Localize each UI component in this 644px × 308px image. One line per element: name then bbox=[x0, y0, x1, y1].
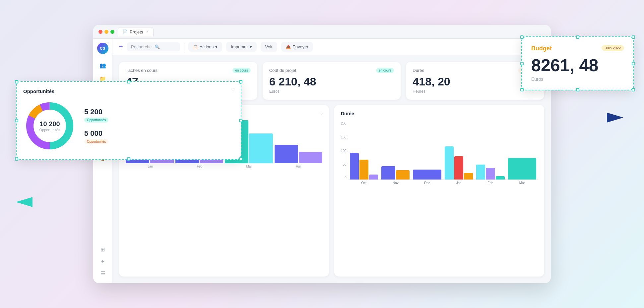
duree-bars-area: Oct Nov Dec Jan Feb Mar bbox=[349, 120, 538, 186]
budget-widget-header: Budget Juin 2022 bbox=[531, 45, 624, 54]
duree-x-labels: Oct Nov Dec Jan Feb Mar bbox=[349, 180, 538, 186]
bar-dec-1 bbox=[413, 170, 441, 180]
separator-1 bbox=[184, 43, 184, 51]
selection-corner-tl[interactable] bbox=[15, 80, 18, 83]
stat-title-3: Durée bbox=[413, 68, 424, 73]
voir-button[interactable]: Voir bbox=[261, 42, 277, 52]
budget-bar-4b bbox=[299, 152, 322, 163]
bar-nov-2 bbox=[396, 170, 410, 180]
selection-corner-bl[interactable] bbox=[15, 157, 18, 161]
sidebar-item-list[interactable]: ☰ bbox=[97, 267, 109, 279]
bar-jan-1 bbox=[445, 146, 454, 180]
bar-feb-1 bbox=[476, 165, 485, 180]
arrow-left bbox=[13, 194, 32, 212]
budget-widget-sub: Euros bbox=[531, 77, 624, 82]
budget-corner-tl[interactable] bbox=[520, 35, 524, 39]
bar-jan-2 bbox=[454, 156, 463, 180]
budget-widget-badge: Juin 2022 bbox=[602, 45, 624, 51]
main-content: + Recherche 🔍 📋 Actions ▾ Imprimer ▾ Voi… bbox=[112, 39, 551, 283]
x-label-jan: Jan bbox=[445, 181, 473, 186]
x-label-feb: Feb bbox=[476, 181, 504, 186]
budget-label-mar: Mar bbox=[225, 165, 273, 168]
duree-chart-title: Durée bbox=[341, 111, 538, 116]
stat-card-cout: Coût du projet en cours 6 210, 48 Euros bbox=[263, 62, 401, 100]
budget-x-labels: Jan Feb Mar Apr bbox=[126, 165, 322, 168]
voir-label: Voir bbox=[265, 44, 273, 49]
selection-corner-r[interactable] bbox=[239, 119, 242, 122]
opportunites-title: Opportunités bbox=[23, 88, 234, 94]
budget-corner-r[interactable] bbox=[632, 62, 635, 65]
selection-corner-t[interactable] bbox=[127, 80, 130, 83]
budget-bar-3b bbox=[249, 133, 273, 163]
tab-close-button[interactable]: × bbox=[146, 30, 148, 34]
avatar: CG bbox=[97, 43, 108, 54]
sidebar-item-star[interactable]: ✦ bbox=[97, 255, 109, 267]
arrow-right-svg bbox=[607, 109, 627, 126]
budget-corner-bl[interactable] bbox=[520, 88, 524, 91]
imprimer-button[interactable]: Imprimer ▾ bbox=[226, 42, 256, 52]
budget-label-2: Feb bbox=[176, 165, 224, 168]
legend-item-2: 5 000 Opportunités bbox=[84, 129, 108, 144]
duree-chart-area: 200 150 100 50 0 bbox=[341, 120, 538, 186]
budget-corner-l[interactable] bbox=[520, 62, 524, 65]
budget-widget: Budget Juin 2022 8261, 48 Euros bbox=[521, 36, 634, 90]
duree-chart-card: Durée 200 150 100 50 0 bbox=[334, 105, 544, 277]
bar-group-jan bbox=[445, 146, 473, 180]
app-layout: CG 👥 📁 🔄 ⚡ 📊 🛒 🚫 📦 ⊞ ✦ ☰ + Recherche 🔍 bbox=[93, 39, 551, 283]
opportunites-widget: Opportunités ♡ 10 200 Opportunités 5 bbox=[16, 81, 241, 160]
opportunites-content: 10 200 Opportunités 5 200 Opportunités 5… bbox=[23, 99, 234, 152]
close-control[interactable] bbox=[98, 30, 102, 34]
minimize-control[interactable] bbox=[104, 30, 108, 34]
budget-corner-t[interactable] bbox=[576, 35, 579, 39]
bar-oct-2 bbox=[359, 160, 368, 180]
envoyer-button[interactable]: 📤 Envoyer bbox=[281, 42, 313, 52]
imprimer-label: Imprimer bbox=[231, 44, 248, 49]
bar-group-oct bbox=[350, 153, 378, 180]
donut-sub: Opportunités bbox=[39, 128, 60, 132]
actions-label: Actions bbox=[200, 44, 214, 49]
bar-group-feb bbox=[476, 165, 504, 180]
budget-corner-br[interactable] bbox=[632, 88, 635, 91]
envoyer-label: Envoyer bbox=[292, 44, 308, 49]
actions-button[interactable]: 📋 Actions ▾ bbox=[188, 42, 223, 52]
bar-group-dec bbox=[413, 170, 441, 180]
stat-subtitle-3: Heures bbox=[413, 89, 538, 94]
imprimer-chevron: ▾ bbox=[250, 44, 252, 49]
arrow-right bbox=[607, 109, 627, 127]
projets-tab[interactable]: 📄 Projets × bbox=[118, 27, 154, 36]
bar-mar-1 bbox=[508, 158, 536, 180]
envoyer-icon: 📤 bbox=[286, 45, 291, 49]
bar-feb-2 bbox=[486, 168, 495, 180]
y-label-0: 0 bbox=[345, 176, 347, 180]
y-label-200: 200 bbox=[341, 122, 347, 125]
search-box[interactable]: Recherche 🔍 bbox=[127, 42, 180, 51]
budget-corner-tr[interactable] bbox=[632, 35, 635, 39]
add-button[interactable]: + bbox=[119, 43, 123, 51]
selection-corner-br[interactable] bbox=[239, 157, 242, 161]
maximize-control[interactable] bbox=[110, 30, 114, 34]
tab-file-icon: 📄 bbox=[123, 29, 128, 34]
bar-jan-3 bbox=[464, 173, 473, 180]
budget-chevron-icon[interactable]: ⌄ bbox=[320, 110, 324, 116]
selection-corner-b[interactable] bbox=[127, 157, 130, 161]
sidebar-item-grid[interactable]: ⊞ bbox=[97, 243, 109, 255]
sidebar-bottom: ⊞ ✦ ☰ bbox=[97, 243, 109, 279]
bar-oct-1 bbox=[350, 153, 359, 180]
donut-label: 10 200 Opportunités bbox=[39, 120, 60, 132]
stat-header-3: Durée Juin 2022 bbox=[413, 68, 538, 73]
legend-value-1: 5 200 bbox=[84, 108, 108, 116]
stat-title-2: Coût du projet bbox=[269, 68, 296, 73]
sidebar-item-users[interactable]: 👥 bbox=[97, 59, 109, 71]
selection-corner-l[interactable] bbox=[15, 119, 18, 122]
x-label-nov: Nov bbox=[381, 181, 410, 186]
legend-item-1: 5 200 Opportunités bbox=[84, 108, 108, 123]
sidebar: CG 👥 📁 🔄 ⚡ 📊 🛒 🚫 📦 ⊞ ✦ ☰ bbox=[93, 39, 112, 283]
stat-badge-1: en cours bbox=[232, 68, 250, 73]
bar-group-nov bbox=[381, 166, 410, 180]
y-label-150: 150 bbox=[341, 135, 347, 139]
svg-marker-4 bbox=[16, 197, 32, 207]
opp-legend: 5 200 Opportunités 5 000 Opportunités bbox=[84, 108, 108, 144]
budget-corner-b[interactable] bbox=[576, 88, 579, 91]
budget-widget-title: Budget bbox=[531, 45, 552, 52]
selection-corner-tr[interactable] bbox=[239, 80, 242, 83]
